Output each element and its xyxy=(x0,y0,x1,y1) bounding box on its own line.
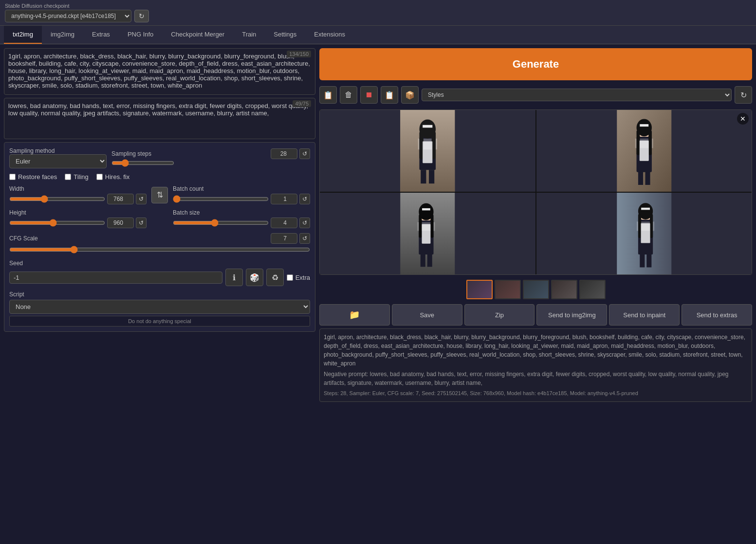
batch-count-label: Batch count xyxy=(173,185,310,192)
checkpoint-label: Stable Diffusion checkpoint xyxy=(5,3,149,9)
width-label: Width xyxy=(9,185,147,192)
svg-rect-5 xyxy=(421,170,426,183)
interrupt-button[interactable]: ⏹ xyxy=(360,86,378,104)
image-cell-3[interactable] xyxy=(320,193,535,274)
svg-rect-28 xyxy=(427,254,432,267)
negative-prompt-area: 49/75 lowres, bad anatomy, bad hands, te… xyxy=(4,98,315,139)
output-info: 1girl, apron, architecture, black_dress,… xyxy=(319,328,752,402)
batch-size-slider[interactable] xyxy=(173,219,269,227)
save-button[interactable]: Save xyxy=(392,304,462,326)
tab-img2img[interactable]: img2img xyxy=(42,26,83,44)
batch-count-section: Batch count ↺ xyxy=(173,185,310,204)
refresh-checkpoint-button[interactable]: ↻ xyxy=(134,10,149,22)
swap-dimensions-button[interactable]: ⇅ xyxy=(151,187,168,203)
cfg-reset-button[interactable]: ↺ xyxy=(299,233,310,244)
seed-row: ℹ 🎲 ♻ Extra xyxy=(9,269,310,286)
sampling-steps-input[interactable] xyxy=(271,148,297,159)
batch-size-reset-button[interactable]: ↺ xyxy=(299,218,310,228)
tiling-label: Tiling xyxy=(74,173,89,181)
open-folder-button[interactable]: 📁 xyxy=(319,304,390,326)
height-input[interactable] xyxy=(107,218,134,228)
svg-rect-21 xyxy=(639,141,648,161)
batch-count-input[interactable] xyxy=(271,194,297,204)
negative-prompt-input[interactable]: lowres, bad anatomy, bad hands, text, er… xyxy=(4,98,315,137)
cfg-slider[interactable] xyxy=(9,246,310,254)
thumbnail-3[interactable] xyxy=(523,280,549,299)
seed-extra-checkbox[interactable]: Extra xyxy=(287,274,310,281)
styles-select[interactable]: Styles xyxy=(422,89,732,101)
zip-icon-button[interactable]: 📦 xyxy=(401,86,419,104)
sampling-row: Sampling method Euler Sampling steps ↺ xyxy=(9,147,310,168)
height-section: Height ↺ xyxy=(9,209,147,228)
cfg-input[interactable] xyxy=(271,233,297,244)
restore-faces-label: Restore faces xyxy=(18,173,57,181)
copy-button[interactable]: 📋 xyxy=(381,86,398,104)
tab-txt2img[interactable]: txt2img xyxy=(4,26,42,44)
output-negative-prompt: Negative prompt: lowres, bad anatomy, ba… xyxy=(324,370,748,387)
batch-count-slider[interactable] xyxy=(173,195,269,203)
positive-prompt-area: 134/150 1girl, apron, architecture, blac… xyxy=(4,48,315,95)
thumbnail-4[interactable] xyxy=(551,280,577,299)
image-cell-2[interactable] xyxy=(536,110,752,192)
restore-faces-checkbox[interactable]: Restore faces xyxy=(9,173,57,181)
svg-rect-27 xyxy=(421,254,425,267)
tab-checkpoint-merger[interactable]: Checkpoint Merger xyxy=(162,26,233,44)
height-slider[interactable] xyxy=(9,219,105,227)
clear-button[interactable]: 🗑 xyxy=(340,86,357,104)
svg-rect-17 xyxy=(645,171,650,185)
sampling-steps-slider[interactable] xyxy=(111,159,174,167)
batch-count-reset-button[interactable]: ↺ xyxy=(299,194,310,204)
hires-fix-checkbox[interactable]: Hires. fix xyxy=(96,173,130,181)
send-extras-button[interactable]: Send to extras xyxy=(682,304,752,326)
action-buttons: 📁 Save Zip Send to img2img Send to inpai… xyxy=(319,304,752,326)
script-select[interactable]: None xyxy=(9,300,310,314)
tab-extensions[interactable]: Extensions xyxy=(305,26,354,44)
seed-info-button[interactable]: ℹ xyxy=(225,269,243,286)
sampling-method-select[interactable]: Euler xyxy=(9,154,107,168)
image-cell-4[interactable] xyxy=(536,193,752,274)
height-label: Height xyxy=(9,209,147,216)
tab-train[interactable]: Train xyxy=(233,26,265,44)
send-img2img-button[interactable]: Send to img2img xyxy=(536,304,607,326)
seed-dice-button[interactable]: 🎲 xyxy=(246,269,263,286)
height-reset-button[interactable]: ↺ xyxy=(136,218,147,228)
tab-extras[interactable]: Extras xyxy=(83,26,119,44)
output-meta: Steps: 28, Sampler: Euler, CFG scale: 7,… xyxy=(324,389,748,398)
thumbnail-2[interactable] xyxy=(495,280,521,299)
svg-rect-41 xyxy=(638,214,641,238)
svg-rect-19 xyxy=(636,130,640,155)
positive-prompt-input[interactable]: 1girl, apron, architecture, black_dress,… xyxy=(4,49,315,93)
tiling-checkbox[interactable]: Tiling xyxy=(65,173,89,181)
generate-button[interactable]: Generate xyxy=(319,48,752,80)
right-panel: Generate 📋 🗑 ⏹ 📋 📦 Styles ↻ ✕ xyxy=(315,48,752,541)
thumbnail-5[interactable] xyxy=(579,280,606,299)
seed-input[interactable] xyxy=(9,272,222,284)
svg-rect-20 xyxy=(648,130,652,155)
width-input[interactable] xyxy=(107,194,134,204)
image-cell-1[interactable] xyxy=(320,110,535,192)
svg-rect-42 xyxy=(650,214,653,238)
tab-png-info[interactable]: PNG Info xyxy=(119,26,162,44)
seed-section: Seed ℹ 🎲 ♻ Extra xyxy=(9,260,310,286)
close-image-button[interactable]: ✕ xyxy=(737,113,749,125)
send-inpaint-button[interactable]: Send to inpaint xyxy=(609,304,680,326)
image-grid xyxy=(320,110,752,274)
checkpoint-select[interactable]: anything-v4.5-pruned.ckpt [e4b17ce185] xyxy=(5,10,131,22)
script-label: Script xyxy=(9,291,310,298)
tab-settings[interactable]: Settings xyxy=(265,26,305,44)
svg-rect-38 xyxy=(640,254,645,267)
seed-recycle-button[interactable]: ♻ xyxy=(266,269,284,286)
paste-button[interactable]: 📋 xyxy=(319,86,337,104)
width-reset-button[interactable]: ↺ xyxy=(136,194,147,204)
settings-panel: Sampling method Euler Sampling steps ↺ xyxy=(4,142,315,332)
width-section: Width ↺ xyxy=(9,185,147,204)
styles-refresh-button[interactable]: ↻ xyxy=(735,86,752,104)
script-section: Script None Do not do anything special xyxy=(9,291,310,326)
output-positive-prompt: 1girl, apron, architecture, black_dress,… xyxy=(324,333,748,368)
sampling-steps-reset-button[interactable]: ↺ xyxy=(299,148,310,159)
thumbnail-1[interactable] xyxy=(466,280,493,299)
batch-size-input[interactable] xyxy=(271,218,297,228)
zip-button[interactable]: Zip xyxy=(464,304,535,326)
width-slider[interactable] xyxy=(9,195,105,203)
sampling-steps-section: Sampling steps ↺ xyxy=(111,148,310,168)
